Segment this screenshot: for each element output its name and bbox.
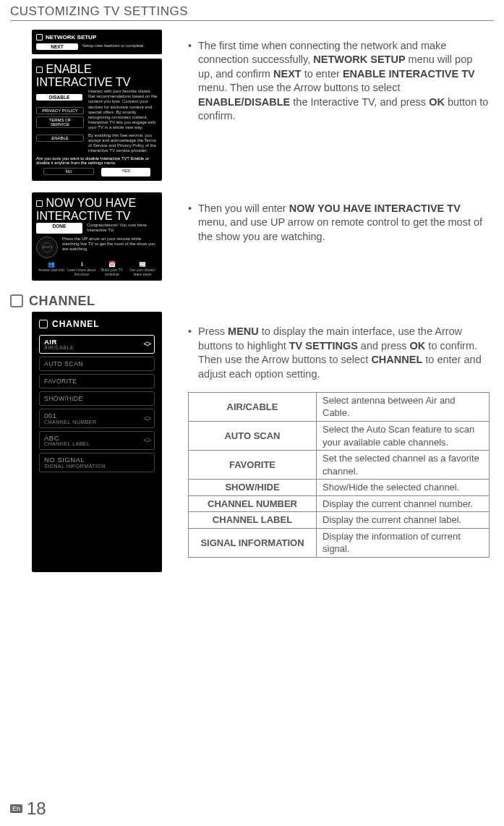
channel-panel-column: CHANNEL AIR AIR/CABLE < > AUTO SCAN FAVO… — [10, 312, 176, 572]
tv-network-setup-shot: NETWORK SETUP NEXT Setup new features to… — [32, 30, 162, 54]
info-icon: ℹ — [67, 261, 97, 268]
screenshot-column: NETWORK SETUP NEXT Setup new features to… — [10, 25, 176, 181]
square-icon — [36, 200, 43, 207]
tv2-desc-col: Interact with your favorite shows. Get r… — [88, 89, 158, 153]
tv3-icon-schedule: 📅Build your TV schedule — [97, 261, 127, 276]
opt-val: Select antenna between Air and Cable. — [317, 392, 490, 421]
tv2-terms-button: TERMS OF SERVICE — [36, 116, 84, 128]
cp-air-stack: AIR AIR/CABLE — [44, 339, 74, 351]
opt-key: AUTO SCAN — [189, 421, 317, 450]
cp-signal-stack: NO SIGNAL SIGNAL INFORMATION — [44, 456, 106, 469]
s1-b5: OK — [429, 96, 445, 108]
cp-air-main: AIR — [44, 339, 74, 346]
page-header: CUSTOMIZING TV SETTINGS — [10, 4, 494, 21]
tv3-desc2: Press the UP arrow on your remote while … — [62, 237, 158, 258]
s2-b1: NOW YOU HAVE INTERACTIVE TV — [289, 203, 461, 214]
cp-item-number: 001 CHANNEL NUMBER < > — [39, 409, 155, 428]
bullet-dot: • — [188, 325, 198, 381]
tv2-disable-button: DISABLE — [36, 94, 82, 101]
s2-t1: Then you will enter — [198, 203, 289, 214]
square-icon — [36, 34, 43, 41]
section3-bullet: • Press MENU to display the main interfa… — [188, 325, 490, 381]
tv2-button-stack: DISABLE PRIVACY POLICY TERMS OF SERVICE … — [36, 89, 84, 153]
section1-paragraph: The first time when connecting the netwo… — [198, 39, 490, 124]
tv2-yes-button: YES — [101, 168, 150, 176]
tv3-row2: Press the UP arrow on your remote while … — [36, 237, 158, 258]
tv2-confirm-text: Are you sure you want to disable Interac… — [36, 156, 158, 165]
cp-item-air: AIR AIR/CABLE < > — [39, 335, 155, 354]
cp-signal-main: NO SIGNAL — [44, 456, 106, 464]
s2-t2: menu, and use UP arrow on remote control… — [198, 216, 482, 242]
channel-options-table: AIR/CABLESelect antenna between Air and … — [188, 392, 490, 558]
s1-t5: the Interactive TV, and press — [290, 96, 429, 108]
tv2-desc1: Interact with your favorite shows. Get r… — [88, 89, 158, 131]
square-icon — [39, 320, 48, 328]
opt-val: Set the selected channel as a favorite c… — [317, 451, 490, 480]
cp-label-main: ABC — [44, 435, 90, 442]
cp-number-stack: 001 CHANNEL NUMBER — [44, 412, 96, 425]
section-network-setup: NETWORK SETUP NEXT Setup new features to… — [10, 25, 494, 181]
news-icon: 📰 — [127, 261, 158, 268]
s3-t3: and press — [358, 340, 410, 352]
tv1-title: NETWORK SETUP — [46, 34, 96, 41]
table-row: FAVORITESet the selected channel as a fa… — [189, 451, 490, 480]
square-icon — [36, 67, 43, 73]
tv1-body: NEXT Setup new features to complete. — [36, 43, 158, 50]
calendar-icon: 📅 — [97, 261, 127, 268]
table-row: CHANNEL LABELDisplay the current channel… — [189, 512, 490, 529]
tv2-title: ENABLE INTERACTIVE TV — [36, 63, 130, 88]
cp-number-sub: CHANNEL NUMBER — [44, 420, 96, 425]
cp-showhide-label: SHOW/HIDE — [44, 395, 83, 402]
cp-favorite-label: FAVORITE — [44, 378, 77, 385]
s1-b2: NEXT — [273, 68, 302, 80]
tv3-title-row: NOW YOU HAVE INTERACTIVE TV — [36, 197, 158, 223]
tv1-next-button: NEXT — [36, 43, 78, 50]
opt-val: Select the Auto Scan feature to scan you… — [317, 421, 490, 450]
tv3-icon-cast: 👥Access cast info — [36, 261, 67, 276]
channel-panel-title-text: CHANNEL — [52, 319, 100, 329]
cp-air-sub: AIR/CABLE — [44, 345, 74, 350]
tv3-icon-info: ℹLearn more about the show — [67, 261, 97, 276]
cp-item-favorite: FAVORITE — [39, 374, 155, 388]
cp-number-main: 001 — [44, 412, 96, 420]
section-channel: CHANNEL AIR AIR/CABLE < > AUTO SCAN FAVO… — [10, 312, 494, 572]
section2-paragraph: Then you will enter NOW YOU HAVE INTERAC… — [198, 202, 490, 244]
cp-label-stack: ABC CHANNEL LABEL — [44, 435, 90, 447]
table-row: AUTO SCANSelect the Auto Scan feature to… — [189, 421, 490, 450]
tv2-enable-button: ENABLE — [36, 135, 84, 142]
screenshot-column: NOW YOU HAVE INTERACTIVE TV DONE Congrat… — [10, 188, 176, 280]
page-title: CUSTOMIZING TV SETTINGS — [10, 4, 494, 19]
opt-key: AIR/CABLE — [189, 392, 317, 421]
s1-t3: to enter — [302, 68, 343, 80]
channel-panel-shot: CHANNEL AIR AIR/CABLE < > AUTO SCAN FAVO… — [32, 312, 162, 572]
lang-badge: En — [10, 804, 22, 813]
tv3-icon-news: 📰Get your shows' latest news — [127, 261, 158, 276]
tv1-title-row: NETWORK SETUP — [36, 34, 158, 41]
section2-text: • Then you will enter NOW YOU HAVE INTER… — [176, 188, 494, 280]
tv2-desc2: By enabling this free service, you accep… — [88, 133, 158, 154]
page-footer: En 18 — [10, 799, 46, 819]
bullet-dot: • — [188, 202, 198, 244]
chevron-left-right-icon: < > — [144, 436, 150, 444]
s3-b1: MENU — [228, 325, 259, 337]
s3-b4: CHANNEL — [371, 354, 422, 365]
opt-val: Display the current channel label. — [317, 512, 490, 529]
tv2-no-button: NO — [43, 168, 94, 175]
opt-val: Display the current channel number. — [317, 495, 490, 512]
table-row: SIGNAL INFORMATIONDisplay the informatio… — [189, 528, 490, 557]
tv3-icon-row: 👥Access cast info ℹLearn more about the … — [36, 261, 158, 276]
tv3-row1: DONE Congratulations! You now have Inter… — [36, 223, 158, 233]
section-interactive-tv: NOW YOU HAVE INTERACTIVE TV DONE Congrat… — [10, 188, 494, 280]
s1-b4: ENABLE/DISABLE — [198, 96, 290, 108]
chevron-left-right-icon: < > — [144, 414, 150, 422]
cp-label-sub: CHANNEL LABEL — [44, 441, 90, 446]
s1-b1: NETWORK SETUP — [313, 54, 405, 65]
tv3-icon-b-label: Learn more about the show — [67, 268, 95, 276]
channel-heading-text: CHANNEL — [29, 294, 95, 309]
tv3-icon-c-label: Build your TV schedule — [101, 268, 123, 276]
channel-heading: CHANNEL — [10, 294, 494, 309]
table-row: CHANNEL NUMBERDisplay the current channe… — [189, 495, 490, 512]
s1-t4: menu. Then use the Arrow buttons to sele… — [198, 82, 400, 93]
cp-item-signal: NO SIGNAL SIGNAL INFORMATION — [39, 453, 155, 472]
opt-val: Show/Hide the selected channel. — [317, 480, 490, 496]
